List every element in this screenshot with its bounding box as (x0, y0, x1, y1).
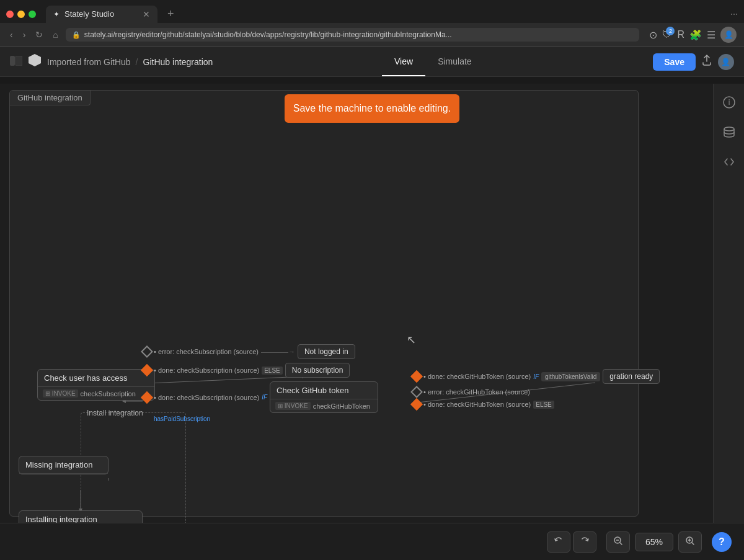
state-machine-canvas[interactable]: GitHub integration Ch (0, 84, 744, 523)
transition-done-github-else: • done: checkGitHubToken (source) ELSE (412, 400, 660, 409)
transition-label-github-else: • done: checkGitHubToken (source) (423, 401, 531, 408)
undo-button[interactable] (547, 531, 570, 553)
transition-error-check-sub: • error: checkSubscription (source) ————… (143, 344, 378, 359)
browser-actions: ⊙ 🛡 2 R 🧩 ☰ 👤 (649, 27, 737, 43)
lock-icon: 🔒 (72, 31, 81, 39)
user-avatar[interactable]: 👤 (718, 54, 734, 70)
cast-button[interactable]: ⊙ (649, 29, 657, 41)
node-title-check-user: Check user has access (38, 370, 154, 387)
window-controls-right: ⋯ (730, 10, 738, 19)
traffic-lights (6, 11, 36, 18)
tab-view[interactable]: View (382, 48, 425, 76)
node-title-missing-integration: Missing integration (19, 456, 108, 474)
breadcrumb: Imported from GitHub / GitHub integratio… (47, 57, 213, 67)
transition-done-if-paid: • done: checkSubscription (source) IF Ch… (143, 381, 378, 413)
machine-label: GitHub integration (10, 91, 91, 105)
breadcrumb-parent[interactable]: Imported from GitHub (47, 57, 131, 67)
svg-text:i: i (728, 98, 730, 107)
state-node-check-github[interactable]: Check GitHub token ⊞ INVOKE checkGitHubT… (270, 381, 378, 413)
profile-button[interactable]: R (677, 29, 684, 40)
toolbar-actions: Save 👤 (653, 53, 734, 71)
url-field[interactable]: 🔒 stately.ai/registry/editor/github/stat… (66, 28, 640, 42)
shield-badge: 2 (666, 27, 675, 35)
invoke-icon: ⊞ INVOKE (43, 389, 78, 398)
bottom-toolbar: 65% ? (0, 523, 744, 560)
state-node-installing-integration[interactable]: Installing integration ⊞ INVOKE installG… (19, 510, 143, 523)
code-panel-button[interactable] (718, 151, 740, 176)
transition-error-github: • error: checkGitHubToken (source) (412, 388, 660, 396)
tab-bar: ✦ Stately Studio ✕ + ⋯ (0, 0, 744, 23)
back-button[interactable]: ‹ (7, 29, 16, 41)
right-panel: i (713, 84, 744, 523)
home-button[interactable]: ⌂ (50, 29, 60, 41)
tab-favicon-icon: ✦ (53, 10, 60, 19)
node-invoke-check-user: ⊞ INVOKE checkSubscription (38, 387, 154, 400)
close-window-btn[interactable] (6, 11, 14, 18)
else-badge: ELSE (262, 367, 283, 375)
browser-chrome: ✦ Stately Studio ✕ + ⋯ ‹ › ↻ ⌂ 🔒 stately… (0, 0, 744, 47)
data-panel-button[interactable] (718, 121, 740, 146)
invoke-icon-2: ⊞ INVOKE (275, 402, 311, 410)
tab-title: Stately Studio (64, 9, 114, 19)
svg-rect-0 (10, 56, 15, 66)
svg-rect-1 (16, 56, 22, 66)
state-node-missing-integration[interactable]: Missing integration (19, 456, 108, 474)
install-integration-label: Install integration (87, 409, 143, 417)
invoke-service-check-github: checkGitHubToken (313, 402, 370, 410)
url-text: stately.ai/registry/editor/github/statel… (84, 30, 452, 39)
address-bar: ‹ › ↻ ⌂ 🔒 stately.ai/registry/editor/git… (0, 23, 744, 47)
paid-condition-label: hasPaidSubscription (154, 416, 378, 422)
transition-label-error: • error: checkSubscription (source) (154, 348, 259, 355)
maximize-window-btn[interactable] (29, 11, 36, 18)
state-node-check-user[interactable]: Check user has access ⊞ INVOKE checkSubs… (37, 369, 155, 401)
else-badge-2: ELSE (533, 401, 554, 409)
help-button[interactable]: ? (712, 532, 732, 552)
menu-button[interactable]: ☰ (707, 29, 715, 41)
shield-extension-button[interactable]: 🛡 2 (662, 29, 672, 40)
forward-button[interactable]: › (20, 29, 29, 41)
state-pill-integration-ready[interactable]: gration ready (603, 369, 660, 384)
breadcrumb-separator: / (136, 57, 138, 67)
state-pill-not-logged-in[interactable]: Not logged in (298, 344, 355, 359)
transitions-group-github-token: • done: checkGitHubToken (source) IF git… (412, 369, 660, 411)
logo-icon[interactable] (27, 53, 42, 71)
reload-button[interactable]: ↻ (33, 29, 45, 41)
avatar[interactable]: 👤 (720, 27, 737, 43)
node-title-installing-integration: Installing integration (19, 511, 142, 523)
svg-point-12 (724, 127, 734, 131)
zoom-level-display: 65% (635, 533, 673, 551)
canvas-area[interactable]: GitHub integration Ch (0, 84, 744, 523)
transition-label-github-error: • error: checkGitHubToken (source) (423, 388, 530, 396)
transitions-group-check-sub: • error: checkSubscription (source) ————… (143, 344, 378, 422)
toolbar-tabs: View Simulate (382, 48, 484, 76)
transition-done-github-if: • done: checkGitHubToken (source) IF git… (412, 369, 660, 384)
if-badge: IF (262, 394, 267, 401)
breadcrumb-current: GitHub integration (143, 57, 213, 67)
transition-label-done-if: • done: checkSubscription (source) (154, 394, 259, 401)
node-title-check-github: Check GitHub token (270, 382, 378, 399)
new-tab-button[interactable]: + (162, 5, 179, 23)
if-badge-github: IF (533, 373, 539, 380)
invoke-service-check-user: checkSubscription (81, 390, 136, 398)
save-button[interactable]: Save (653, 53, 696, 71)
tab-simulate[interactable]: Simulate (425, 48, 484, 76)
active-tab[interactable]: ✦ Stately Studio ✕ (46, 6, 157, 23)
transition-label-github-done: • done: checkGitHubToken (source) (423, 373, 531, 380)
share-button[interactable] (701, 54, 713, 69)
zoom-out-button[interactable] (606, 531, 630, 553)
state-pill-no-subscription[interactable]: No subscription (285, 363, 350, 378)
svg-marker-2 (29, 54, 41, 66)
extensions-button[interactable]: 🧩 (689, 29, 702, 41)
transition-label-done-else: • done: checkSubscription (source) (154, 367, 259, 374)
transition-done-else: • done: checkSubscription (source) ELSE … (143, 363, 378, 378)
github-token-condition: githubTokenIsValid (541, 372, 600, 381)
minimize-window-btn[interactable] (17, 11, 25, 18)
app-toolbar: Imported from GitHub / GitHub integratio… (0, 47, 744, 77)
info-panel-button[interactable]: i (718, 91, 740, 116)
tab-close-button[interactable]: ✕ (143, 9, 150, 19)
redo-button[interactable] (573, 531, 596, 553)
sidebar-toggle-button[interactable] (10, 56, 22, 68)
undo-redo-group (547, 531, 596, 553)
zoom-in-button[interactable] (678, 531, 702, 553)
node-invoke-check-github: ⊞ INVOKE checkGitHubToken (270, 399, 378, 412)
